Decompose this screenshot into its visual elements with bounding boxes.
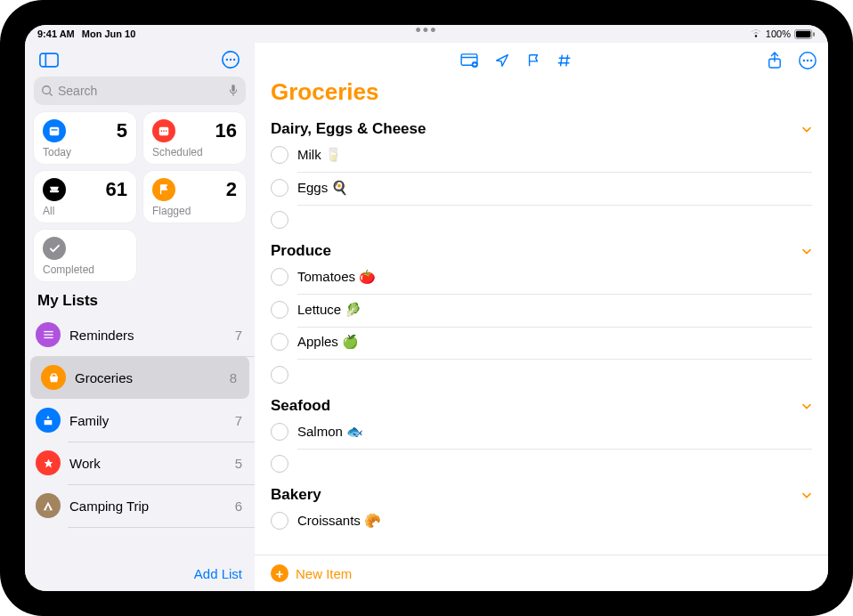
my-lists: Reminders 7 Groceries 8 Family 7 Work 5 …	[25, 313, 255, 557]
chevron-down-icon[interactable]	[801, 244, 812, 258]
reminder-item[interactable]: Croissants 🥐	[271, 506, 812, 536]
sidebar-list-family[interactable]: Family 7	[25, 399, 255, 442]
svg-rect-1	[796, 30, 811, 36]
status-time: 9:41 AM	[37, 28, 75, 39]
flag-button[interactable]	[526, 53, 540, 69]
list-count: 7	[235, 328, 242, 343]
complete-toggle[interactable]	[271, 455, 288, 473]
reminder-item[interactable]	[271, 205, 812, 235]
reminder-item[interactable]	[271, 360, 812, 390]
calendar-icon	[152, 119, 175, 142]
reminder-item[interactable]: Tomatoes 🍅	[271, 262, 812, 292]
more-main-button[interactable]	[798, 51, 817, 70]
svg-point-15	[161, 130, 163, 132]
svg-point-34	[810, 60, 812, 61]
template-button[interactable]	[460, 53, 478, 68]
list-icon	[36, 322, 61, 347]
svg-point-32	[803, 60, 805, 61]
calendar-today-icon	[43, 119, 66, 142]
reminder-item[interactable]: Eggs 🍳	[271, 173, 812, 203]
svg-rect-12	[50, 127, 60, 136]
plus-circle-icon: +	[271, 564, 288, 582]
list-icon	[41, 365, 66, 390]
toggle-sidebar-button[interactable]	[36, 48, 62, 71]
svg-rect-2	[813, 32, 815, 36]
svg-point-6	[226, 59, 228, 61]
search-input[interactable]: Search	[34, 77, 246, 105]
reminder-text: Lettuce 🥬	[297, 302, 362, 318]
complete-toggle[interactable]	[271, 366, 288, 384]
list-name: Family	[69, 413, 226, 428]
battery-icon	[794, 29, 816, 39]
smart-list-all[interactable]: 61 All	[34, 171, 136, 223]
sidebar-list-groceries[interactable]: Groceries 8	[30, 356, 249, 399]
svg-point-8	[233, 59, 235, 61]
section-title: Dairy, Eggs & Cheese	[271, 120, 426, 138]
screen: 9:41 AM Mon Jun 10 ••• 100% Search	[25, 25, 828, 591]
complete-toggle[interactable]	[271, 301, 288, 319]
complete-toggle[interactable]	[271, 423, 288, 441]
mic-icon[interactable]	[228, 84, 239, 98]
list-name: Reminders	[69, 328, 226, 343]
list-name: Camping Trip	[69, 498, 226, 514]
list-icon	[36, 493, 61, 518]
status-bar: 9:41 AM Mon Jun 10 ••• 100%	[25, 25, 828, 43]
svg-rect-13	[52, 129, 58, 130]
chevron-down-icon[interactable]	[801, 122, 812, 136]
sidebar-list-reminders[interactable]: Reminders 7	[25, 313, 255, 356]
reminder-item[interactable]	[271, 449, 812, 479]
complete-toggle[interactable]	[271, 268, 288, 286]
section-title: Produce	[271, 242, 331, 260]
smart-list-scheduled[interactable]: 16 Scheduled	[143, 112, 246, 164]
more-button[interactable]	[217, 48, 244, 71]
svg-rect-11	[232, 85, 235, 92]
smart-list-today[interactable]: 5 Today	[34, 112, 136, 164]
tag-button[interactable]	[556, 53, 573, 69]
reminder-text: Salmon 🐟	[297, 424, 363, 440]
svg-line-10	[50, 93, 53, 96]
search-icon	[41, 85, 53, 97]
section-title: Seafood	[271, 397, 330, 415]
complete-toggle[interactable]	[271, 179, 288, 197]
share-button[interactable]	[768, 52, 782, 69]
list-count: 5	[235, 456, 242, 471]
tray-icon	[43, 178, 66, 201]
reminder-item[interactable]: Milk 🥛	[271, 140, 812, 170]
add-list-button[interactable]: Add List	[194, 566, 242, 581]
list-title: Groceries	[255, 75, 828, 113]
list-count: 6	[235, 498, 242, 514]
chevron-down-icon[interactable]	[801, 399, 812, 413]
multitasking-dots-icon[interactable]: •••	[416, 25, 438, 40]
svg-point-16	[163, 130, 165, 132]
complete-toggle[interactable]	[271, 512, 288, 530]
reminder-item[interactable]: Lettuce 🥬	[271, 295, 812, 325]
list-count: 8	[230, 370, 237, 385]
flag-icon	[152, 178, 175, 201]
svg-point-7	[230, 59, 232, 61]
reminder-item[interactable]: Salmon 🐟	[271, 417, 812, 447]
complete-toggle[interactable]	[271, 333, 288, 351]
section-title: Bakery	[271, 486, 321, 504]
list-icon	[36, 450, 61, 475]
sidebar-list-camping-trip[interactable]: Camping Trip 6	[25, 484, 255, 527]
list-count: 7	[235, 413, 242, 428]
svg-marker-22	[44, 458, 53, 467]
sidebar-list-work[interactable]: Work 5	[25, 442, 255, 484]
complete-toggle[interactable]	[271, 211, 288, 229]
location-button[interactable]	[494, 53, 510, 69]
reminder-item[interactable]: Apples 🍏	[271, 327, 812, 357]
sections-container[interactable]: Dairy, Eggs & Cheese Milk 🥛 Eggs 🍳 Produ…	[255, 113, 828, 555]
reminder-text: Apples 🍏	[297, 334, 359, 350]
svg-point-33	[807, 60, 808, 61]
new-item-button[interactable]: + New Item	[255, 555, 828, 591]
reminder-text: Eggs 🍳	[297, 180, 348, 196]
smart-list-flagged[interactable]: 2 Flagged	[143, 171, 246, 223]
status-battery-pct: 100%	[766, 28, 791, 39]
complete-toggle[interactable]	[271, 146, 288, 164]
search-placeholder: Search	[58, 84, 228, 98]
svg-line-27	[566, 55, 568, 67]
wifi-icon	[750, 29, 762, 38]
status-date: Mon Jun 10	[82, 28, 136, 39]
smart-list-completed[interactable]: Completed	[34, 230, 136, 281]
chevron-down-icon[interactable]	[801, 488, 812, 502]
